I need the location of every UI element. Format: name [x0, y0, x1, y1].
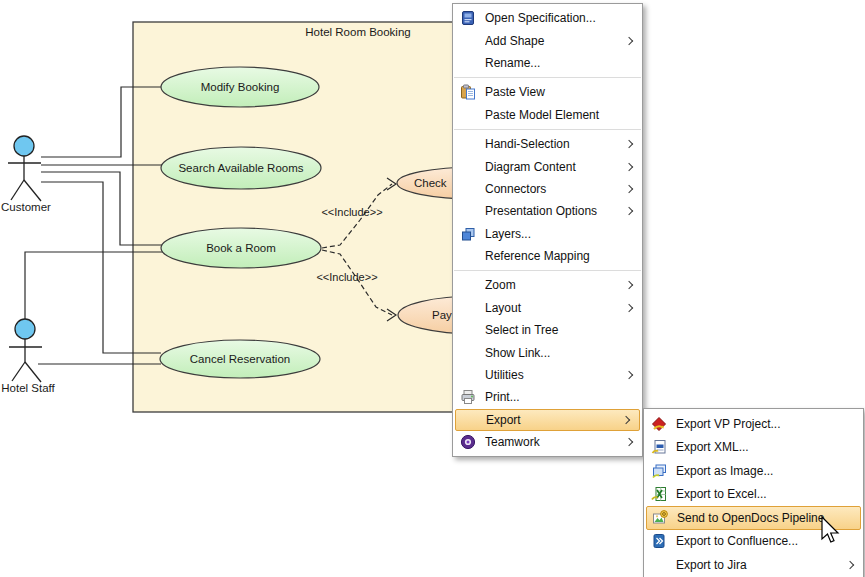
specification-icon — [460, 10, 476, 26]
no-icon — [460, 136, 476, 152]
opendocs-icon — [652, 510, 668, 526]
layers-icon — [460, 226, 476, 242]
use-case-label: Search Available Rooms — [178, 162, 303, 174]
menu-item-connectors[interactable]: Connectors — [453, 178, 642, 200]
print-icon — [460, 389, 476, 405]
menu-item-label: Utilities — [485, 368, 635, 382]
menu-item-select-in-tree[interactable]: Select in Tree — [453, 319, 642, 341]
menu-item-paste-view[interactable]: Paste View — [453, 81, 642, 103]
no-icon — [460, 55, 476, 71]
menu-item-label: Diagram Content — [485, 160, 635, 174]
actor-customer[interactable] — [8, 136, 41, 201]
menu-item-send-to-opendocs-pipeline[interactable]: Send to OpenDocs Pipeline — [646, 506, 861, 530]
menu-item-label: Open Specification... — [485, 11, 635, 25]
no-icon — [651, 557, 667, 573]
menu-item-label: Presentation Options — [485, 204, 635, 218]
context-menu: Open Specification...Add ShapeRename...P… — [452, 3, 643, 457]
menu-item-label: Layout — [485, 301, 635, 315]
menu-item-label: Handi-Selection — [485, 137, 635, 151]
menu-item-label: Layers... — [485, 227, 635, 241]
menu-item-label: Zoom — [485, 278, 635, 292]
include-label-1: <<Include>> — [321, 206, 382, 218]
menu-item-add-shape[interactable]: Add Shape — [453, 29, 642, 51]
use-case-label: Check — [414, 177, 447, 189]
no-icon — [460, 300, 476, 316]
actor-hotel-staff-label: Hotel Staff — [1, 382, 55, 394]
menu-item-export-as-image[interactable]: Export as Image... — [644, 459, 863, 483]
actor-head — [15, 319, 35, 339]
menu-item-export-xml[interactable]: Export XML... — [644, 436, 863, 460]
menu-item-label: Select in Tree — [485, 323, 635, 337]
vp-project-icon — [651, 416, 667, 432]
teamwork-icon — [460, 434, 476, 450]
actor-hotel-staff[interactable] — [9, 319, 42, 382]
no-icon — [460, 33, 476, 49]
menu-item-diagram-content[interactable]: Diagram Content — [453, 155, 642, 177]
application-window: { "diagram": { "system": { "title": "Hot… — [0, 0, 865, 577]
menu-item-layout[interactable]: Layout — [453, 297, 642, 319]
menu-item-label: Paste Model Element — [485, 108, 635, 122]
no-icon — [460, 345, 476, 361]
menu-item-show-link[interactable]: Show Link... — [453, 341, 642, 363]
no-icon — [460, 159, 476, 175]
menu-separator — [454, 270, 641, 271]
paste-icon — [460, 84, 476, 100]
menu-item-layers[interactable]: Layers... — [453, 223, 642, 245]
no-icon — [461, 412, 477, 428]
menu-item-open-specification[interactable]: Open Specification... — [453, 7, 642, 29]
menu-item-teamwork[interactable]: Teamwork — [453, 431, 642, 453]
export-submenu: Export VP Project...Export XML...Export … — [643, 408, 864, 577]
menu-item-presentation-options[interactable]: Presentation Options — [453, 200, 642, 222]
use-case-label: Cancel Reservation — [190, 353, 290, 365]
menu-item-paste-model-element[interactable]: Paste Model Element — [453, 104, 642, 126]
menu-separator — [454, 77, 641, 78]
menu-item-print[interactable]: Print... — [453, 386, 642, 408]
use-case-label: Book a Room — [206, 242, 276, 254]
no-icon — [460, 367, 476, 383]
use-case-label: Modify Booking — [201, 81, 280, 93]
system-boundary-title: Hotel Room Booking — [305, 26, 410, 38]
menu-item-label: Rename... — [485, 56, 635, 70]
excel-icon — [651, 486, 667, 502]
menu-item-label: Paste View — [485, 85, 635, 99]
confluence-icon — [651, 533, 667, 549]
menu-item-rename[interactable]: Rename... — [453, 52, 642, 74]
xml-icon — [651, 439, 667, 455]
menu-item-label: Export — [486, 413, 634, 427]
no-icon — [460, 277, 476, 293]
image-icon — [651, 463, 667, 479]
menu-item-label: Teamwork — [485, 435, 635, 449]
menu-item-label: Export as Image... — [676, 464, 856, 478]
no-icon — [460, 107, 476, 123]
menu-item-export-to-excel[interactable]: Export to Excel... — [644, 483, 863, 507]
menu-item-zoom[interactable]: Zoom — [453, 274, 642, 296]
no-icon — [460, 203, 476, 219]
menu-item-reference-mapping[interactable]: Reference Mapping — [453, 245, 642, 267]
include-label-2: <<Include>> — [316, 271, 377, 283]
menu-item-label: Connectors — [485, 182, 635, 196]
menu-item-label: Export VP Project... — [676, 417, 856, 431]
actor-head — [14, 136, 34, 156]
menu-item-label: Show Link... — [485, 346, 635, 360]
menu-item-label: Add Shape — [485, 34, 635, 48]
menu-item-label: Send to OpenDocs Pipeline — [677, 511, 855, 525]
menu-item-label: Export to Excel... — [676, 487, 856, 501]
no-icon — [460, 181, 476, 197]
no-icon — [460, 248, 476, 264]
menu-item-handi-selection[interactable]: Handi-Selection — [453, 133, 642, 155]
menu-item-utilities[interactable]: Utilities — [453, 364, 642, 386]
menu-item-label: Print... — [485, 390, 635, 404]
menu-separator — [454, 129, 641, 130]
menu-item-label: Reference Mapping — [485, 249, 635, 263]
menu-item-export-to-confluence[interactable]: Export to Confluence... — [644, 530, 863, 554]
use-case-label: Pay — [432, 309, 452, 321]
menu-item-label: Export XML... — [676, 440, 856, 454]
actor-customer-label: Customer — [1, 201, 51, 213]
menu-item-label: Export to Confluence... — [676, 534, 856, 548]
menu-item-export[interactable]: Export — [455, 409, 640, 431]
menu-item-label: Export to Jira — [676, 558, 856, 572]
no-icon — [460, 322, 476, 338]
menu-item-export-vp-project[interactable]: Export VP Project... — [644, 412, 863, 436]
menu-item-export-to-jira[interactable]: Export to Jira — [644, 553, 863, 577]
